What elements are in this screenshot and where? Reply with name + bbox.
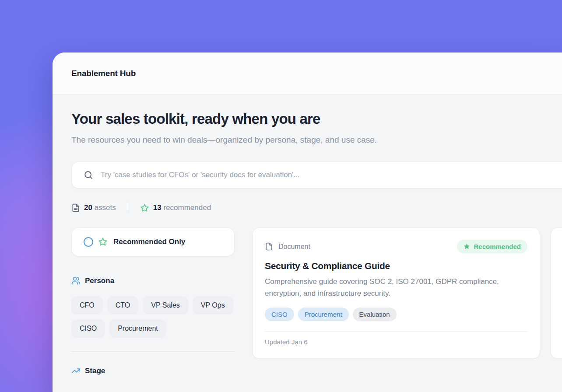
asset-description: Comprehensive guide covering SOC 2, ISO …	[265, 276, 521, 299]
app-header: Enablement Hub	[53, 52, 562, 94]
persona-section-header: Persona	[71, 276, 235, 285]
asset-type: Document	[265, 242, 310, 251]
persona-chip-procurement[interactable]: Procurement	[109, 319, 166, 338]
file-text-icon	[71, 203, 80, 212]
recommended-only-label: Recommended Only	[113, 238, 185, 246]
main-content: Your sales toolkit, ready when you are T…	[53, 94, 562, 375]
card-divider	[265, 331, 527, 332]
asset-updated: Updated Jan 6	[265, 338, 527, 346]
tag-evaluation[interactable]: Evaluation	[353, 308, 397, 321]
recommended-only-checkbox[interactable]	[84, 237, 93, 247]
recommended-count-stat: 13 recommended	[140, 203, 211, 213]
persona-chip-cfo[interactable]: CFO	[71, 296, 103, 315]
stats-divider	[128, 203, 128, 213]
asset-card-security-compliance[interactable]: Document Recommended Security & Complian…	[252, 228, 540, 359]
app-title: Enablement Hub	[71, 69, 136, 78]
sidebar-divider	[71, 351, 235, 352]
persona-chip-vp-sales[interactable]: VP Sales	[143, 296, 188, 315]
document-icon	[265, 242, 273, 251]
stats-row: 20 assets 13 recommended	[71, 203, 562, 213]
asset-card-partial[interactable]	[551, 228, 562, 359]
stage-section-label: Stage	[85, 367, 105, 375]
enablement-hub-window: Enablement Hub Your sales toolkit, ready…	[53, 52, 562, 392]
persona-chip-vp-ops[interactable]: VP Ops	[193, 296, 233, 315]
recommended-badge-label: Recommended	[474, 243, 521, 250]
persona-chip-ciso[interactable]: CISO	[71, 319, 105, 338]
asset-cards-row: Document Recommended Security & Complian…	[252, 228, 562, 359]
trending-up-icon	[71, 366, 81, 375]
recommended-only-toggle[interactable]: Recommended Only	[71, 228, 235, 256]
filters-sidebar: Recommended Only Persona CFOCTOVP SalesV…	[71, 228, 235, 375]
tag-procurement[interactable]: Procurement	[298, 308, 349, 321]
star-icon	[140, 203, 149, 213]
recommended-badge: Recommended	[457, 240, 527, 253]
content-grid: Recommended Only Persona CFOCTOVP SalesV…	[71, 228, 562, 375]
star-icon	[98, 237, 108, 247]
stage-section-header: Stage	[71, 366, 235, 375]
asset-title[interactable]: Security & Compliance Guide	[265, 261, 527, 271]
star-filled-icon	[464, 243, 470, 250]
users-icon	[71, 276, 81, 285]
page-title: Your sales toolkit, ready when you are	[71, 110, 562, 128]
persona-chip-list: CFOCTOVP SalesVP OpsCISOProcurement	[71, 296, 235, 338]
asset-tag-list: CISOProcurementEvaluation	[265, 308, 527, 321]
search-input[interactable]	[101, 171, 495, 179]
assets-count-stat: 20 assets	[71, 203, 116, 212]
asset-type-label: Document	[278, 243, 310, 251]
persona-chip-cto[interactable]: CTO	[107, 296, 138, 315]
tag-ciso[interactable]: CISO	[265, 308, 294, 321]
search-bar[interactable]	[71, 161, 562, 189]
page-subtitle: The resources you need to win deals—orga…	[71, 133, 431, 147]
search-icon	[84, 170, 93, 180]
persona-section-label: Persona	[85, 276, 114, 285]
